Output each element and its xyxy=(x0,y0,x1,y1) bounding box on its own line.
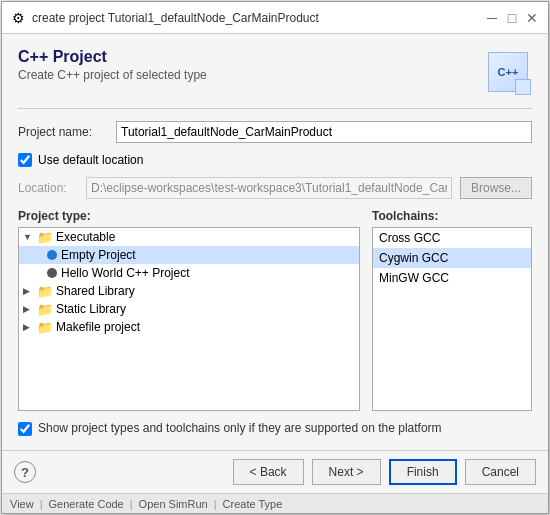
tree-item-makefile-project[interactable]: ▶ 📁 Makefile project xyxy=(19,318,359,336)
empty-project-label: Empty Project xyxy=(61,248,136,262)
back-button[interactable]: < Back xyxy=(233,459,304,485)
title-bar-left: ⚙ create project Tutorial1_defaultNode_C… xyxy=(10,10,319,26)
use-default-location-checkbox[interactable] xyxy=(18,153,32,167)
makefile-project-arrow: ▶ xyxy=(23,322,37,332)
finish-button[interactable]: Finish xyxy=(389,459,457,485)
tree-item-shared-library[interactable]: ▶ 📁 Shared Library xyxy=(19,282,359,300)
toolchain-cygwin-gcc[interactable]: Cygwin GCC xyxy=(373,248,531,268)
dialog-header-text: C++ Project Create C++ project of select… xyxy=(18,48,207,82)
project-type-section: Project type: ▼ 📁 Executable Empty Proje… xyxy=(18,209,360,411)
tree-item-executable[interactable]: ▼ 📁 Executable xyxy=(19,228,359,246)
dialog-header: C++ Project Create C++ project of select… xyxy=(18,48,532,96)
browse-button[interactable]: Browse... xyxy=(460,177,532,199)
empty-project-icon xyxy=(47,250,57,260)
location-row: Location: Browse... xyxy=(18,177,532,199)
static-library-arrow: ▶ xyxy=(23,304,37,314)
status-bar: View | Generate Code | Open SimRun | Cre… xyxy=(2,493,548,513)
toolchains-label: Toolchains: xyxy=(372,209,532,223)
maximize-button[interactable]: □ xyxy=(504,10,520,26)
platform-filter-label: Show project types and toolchains only i… xyxy=(38,421,442,435)
platform-filter-checkbox[interactable] xyxy=(18,422,32,436)
use-default-location-label: Use default location xyxy=(38,153,143,167)
dialog-content: C++ Project Create C++ project of select… xyxy=(2,34,548,450)
location-input xyxy=(86,177,452,199)
static-library-folder-icon: 📁 xyxy=(37,302,53,316)
dialog-subtitle: Create C++ project of selected type xyxy=(18,68,207,82)
project-type-label: Project type: xyxy=(18,209,360,223)
static-library-label: Static Library xyxy=(56,302,126,316)
dialog-icon-area: C++ xyxy=(484,48,532,96)
help-button[interactable]: ? xyxy=(14,461,36,483)
executable-arrow: ▼ xyxy=(23,232,37,242)
hello-world-icon xyxy=(47,268,57,278)
toolchains-section: Toolchains: Cross GCC Cygwin GCC MinGW G… xyxy=(372,209,532,411)
status-generate-code: Generate Code xyxy=(49,498,124,510)
cancel-button[interactable]: Cancel xyxy=(465,459,536,485)
window-icon: ⚙ xyxy=(10,10,26,26)
status-create-type: Create Type xyxy=(223,498,283,510)
cpp-project-icon: C++ xyxy=(488,52,528,92)
status-view: View xyxy=(10,498,34,510)
makefile-project-folder-icon: 📁 xyxy=(37,320,53,334)
main-window: ⚙ create project Tutorial1_defaultNode_C… xyxy=(1,1,549,514)
executable-label: Executable xyxy=(56,230,115,244)
window-title: create project Tutorial1_defaultNode_Car… xyxy=(32,11,319,25)
status-open-simrun: Open SimRun xyxy=(139,498,208,510)
dialog-title: C++ Project xyxy=(18,48,207,66)
shared-library-label: Shared Library xyxy=(56,284,135,298)
minimize-button[interactable]: ─ xyxy=(484,10,500,26)
project-name-input[interactable] xyxy=(116,121,532,143)
location-label: Location: xyxy=(18,181,78,195)
project-name-label: Project name: xyxy=(18,125,108,139)
shared-library-folder-icon: 📁 xyxy=(37,284,53,298)
shared-library-arrow: ▶ xyxy=(23,286,37,296)
close-button[interactable]: ✕ xyxy=(524,10,540,26)
project-type-list: ▼ 📁 Executable Empty Project Hello World… xyxy=(18,227,360,411)
bottom-checkbox-row: Show project types and toolchains only i… xyxy=(18,421,532,436)
title-bar: ⚙ create project Tutorial1_defaultNode_C… xyxy=(2,2,548,34)
title-bar-controls: ─ □ ✕ xyxy=(484,10,540,26)
nav-buttons: < Back Next > Finish Cancel xyxy=(233,459,536,485)
project-name-row: Project name: xyxy=(18,121,532,143)
button-bar: ? < Back Next > Finish Cancel xyxy=(2,450,548,493)
makefile-project-label: Makefile project xyxy=(56,320,140,334)
tree-item-empty-project[interactable]: Empty Project xyxy=(19,246,359,264)
tree-item-static-library[interactable]: ▶ 📁 Static Library xyxy=(19,300,359,318)
toolchain-cross-gcc[interactable]: Cross GCC xyxy=(373,228,531,248)
next-button[interactable]: Next > xyxy=(312,459,381,485)
toolchain-mingw-gcc[interactable]: MinGW GCC xyxy=(373,268,531,288)
toolchains-list: Cross GCC Cygwin GCC MinGW GCC xyxy=(372,227,532,411)
tree-item-hello-world[interactable]: Hello World C++ Project xyxy=(19,264,359,282)
header-divider xyxy=(18,108,532,109)
executable-folder-icon: 📁 xyxy=(37,230,53,244)
type-toolchain-section: Project type: ▼ 📁 Executable Empty Proje… xyxy=(18,209,532,411)
use-default-location-row: Use default location xyxy=(18,153,532,167)
hello-world-label: Hello World C++ Project xyxy=(61,266,190,280)
